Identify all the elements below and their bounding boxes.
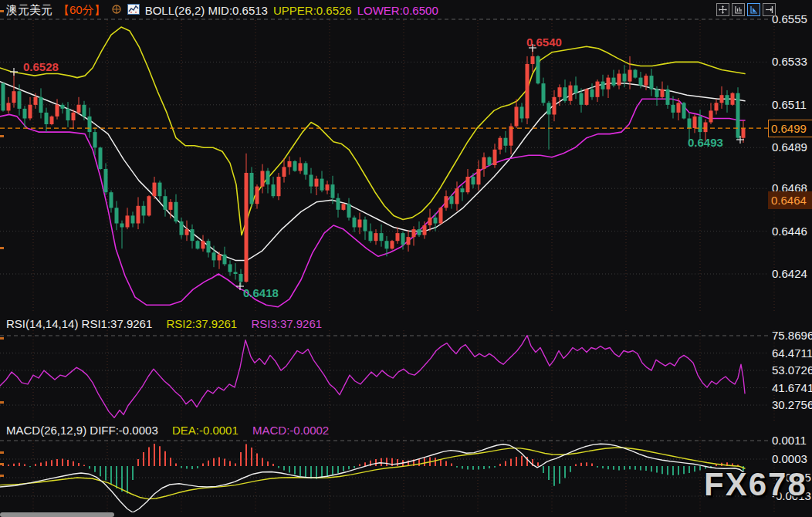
rsi-axis-label: 53.0726 [772,363,812,377]
auto-scale-button[interactable] [747,3,760,16]
rsi-axis-label: 30.2756 [772,398,812,411]
left-axis-tick [0,401,4,404]
macd-header: MACD(26,12,9) DIFF:-0.0003 DEA:-0.0001 M… [6,424,329,437]
macd-axis-label: 0.0011 [772,434,807,447]
chart-header: 澳元美元 【60分】 BOLL(26,2) MID:0.6513 UPPER:0… [6,3,438,18]
reference-price-badge: 0.6464 [768,191,812,209]
boll-mid-readout: BOLL(26,2) MID:0.6513 [145,4,268,17]
rsi3-readout: RSI3:37.9261 [251,317,322,330]
rsi-axis-label: 64.4711 [772,346,812,360]
extreme-cross-markers [10,44,744,290]
left-axis-tick [0,337,4,340]
watermark-logo: FX678 [704,466,807,503]
rsi-axis-label: 75.8696 [772,329,812,342]
price-annotation-0.6418: 0.6418 [243,286,279,299]
boll-upper-readout: UPPER:0.6526 [273,4,352,17]
price-annotation-0.6528: 0.6528 [23,60,59,73]
kline-chart-icon[interactable] [127,4,140,17]
macd-axis-label: 0.0003 [772,452,807,465]
left-axis-tick [0,475,4,477]
left-axis-tick [0,247,4,249]
price-axis-label: 0.6489 [772,140,807,154]
zoom-axis-button[interactable] [732,3,745,16]
rsi-main-readout: RSI(14,14,14) RSI1:37.9261 [6,317,152,330]
symbol-name: 澳元美元 [6,3,52,18]
left-axis-tick [0,451,4,454]
left-axis-tick [0,10,4,12]
current-price-badge: 0.6499 [768,120,812,137]
price-axis-label: 0.6446 [772,225,807,238]
price-axis-label: 0.6424 [772,267,807,280]
pan-tool-button[interactable] [716,3,729,16]
trading-chart-window: 澳元美元 【60分】 BOLL(26,2) MID:0.6513 UPPER:0… [0,0,812,517]
macd-dea-readout: DEA:-0.0001 [172,424,239,437]
shift-right-button[interactable] [763,3,776,16]
target-circle-icon[interactable] [111,4,122,17]
price-annotation-0.6493: 0.6493 [688,136,723,149]
rsi-header: RSI(14,14,14) RSI1:37.9261 RSI2:37.9261 … [6,317,322,330]
boll-lower-readout: LOWER:0.6500 [357,4,438,17]
bollinger-bands [0,27,745,307]
price-annotation-0.6540: 0.6540 [526,35,562,49]
chart-toolbar [716,3,776,16]
macd-main-readout: MACD(26,12,9) DIFF:-0.0003 [6,424,158,437]
left-axis-tick [0,463,4,465]
timeframe-label[interactable]: 【60分】 [58,3,106,18]
price-axis-label: 0.6555 [772,12,807,25]
chart-canvas[interactable] [0,0,812,517]
macd-readout: MACD:-0.0002 [252,424,329,437]
price-axis-label: 0.6511 [772,98,807,111]
left-axis-tick [0,135,4,137]
horizontal-scrollbar[interactable] [0,512,114,517]
price-axis-label: 0.6533 [772,55,807,68]
rsi2-readout: RSI2:37.9261 [166,317,237,330]
rsi-axis-label: 41.6741 [772,381,812,394]
